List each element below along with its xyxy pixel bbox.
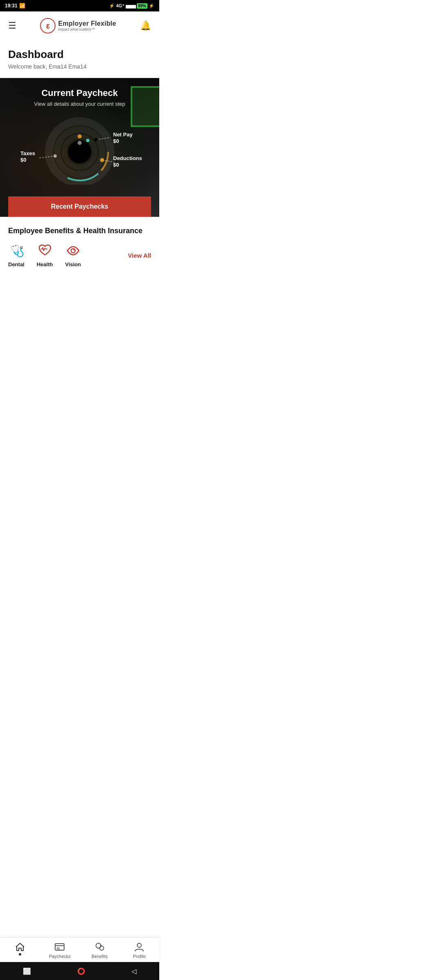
svg-point-23 [73,249,74,251]
battery-icon: 99% [137,3,147,9]
svg-point-22 [71,249,75,253]
dashboard-header: Dashboard Welcome back, Ema14 Ema14 [0,40,159,74]
charge-icon: ⚡ [149,3,154,9]
svg-text:$0: $0 [20,157,26,163]
signal-icon: ▅▅▅ [126,3,136,9]
svg-point-11 [86,139,89,142]
status-bar: 19:31 📶 ⚡ 4G⁺ ▅▅▅ 99% ⚡ [0,0,159,11]
view-all-link[interactable]: View All [128,252,151,259]
logo-icon: ε [40,18,56,33]
svg-text:$0: $0 [113,138,119,144]
vision-label: Vision [65,261,81,267]
dental-label: Dental [8,261,24,267]
benefit-vision[interactable]: Vision [65,243,81,267]
paycheck-subtitle: View all details about your current step [34,101,125,107]
svg-point-12 [78,141,82,145]
health-label: Health [37,261,53,267]
benefit-health[interactable]: Health [37,243,53,267]
banner-content: Current Paycheck View all details about … [0,78,159,217]
svg-point-10 [78,134,82,138]
dental-icon: 🩺 [9,243,24,258]
svg-text:🩺: 🩺 [10,244,24,258]
paycheck-title: Current Paycheck [41,88,118,98]
status-icons: ⚡ 4G⁺ ▅▅▅ 99% ⚡ [109,3,154,9]
svg-point-14 [100,158,104,162]
svg-point-7 [53,154,57,158]
app-header: ☰ ε Employer Flexible Impact what matter… [0,11,159,40]
logo-name: Employer Flexible [58,20,116,27]
network-icon: 4G⁺ [116,3,125,9]
benefits-title: Employee Benefits & Health Insurance [8,227,151,235]
sim-icons: 📶 [19,3,25,9]
paycheck-chart: Taxes $0 Net Pay $0 Deductions $0 [14,111,145,185]
svg-text:Net Pay: Net Pay [113,131,133,138]
notification-bell[interactable]: 🔔 [140,20,151,31]
svg-point-9 [94,138,98,141]
donut-chart-svg: Taxes $0 Net Pay $0 Deductions $0 [14,111,145,185]
logo-tagline: Impact what matters™ [58,27,116,31]
logo: ε Employer Flexible Impact what matters™ [40,18,116,33]
vision-icon [66,243,80,258]
time-display: 19:31 [5,3,18,9]
bluetooth-icon: ⚡ [109,3,115,9]
recent-paychecks-button[interactable]: Recent Paychecks [8,196,151,217]
benefit-dental[interactable]: 🩺 Dental [8,243,24,267]
welcome-message: Welcome back, Ema14 Ema14 [8,63,151,70]
health-icon [38,243,52,258]
logo-text-block: Employer Flexible Impact what matters™ [58,20,116,31]
svg-text:Taxes: Taxes [20,150,35,156]
paycheck-banner: Current Paycheck View all details about … [0,78,159,217]
status-time: 19:31 📶 [5,3,25,9]
benefits-section: Employee Benefits & Health Insurance 🩺 D… [0,217,159,274]
svg-text:$0: $0 [113,162,119,168]
benefits-list: 🩺 Dental Health Vision View All [8,243,151,267]
battery-value: 99 [138,4,143,8]
svg-text:Deductions: Deductions [113,155,142,161]
page-title: Dashboard [8,48,151,61]
hamburger-menu[interactable]: ☰ [8,20,16,31]
